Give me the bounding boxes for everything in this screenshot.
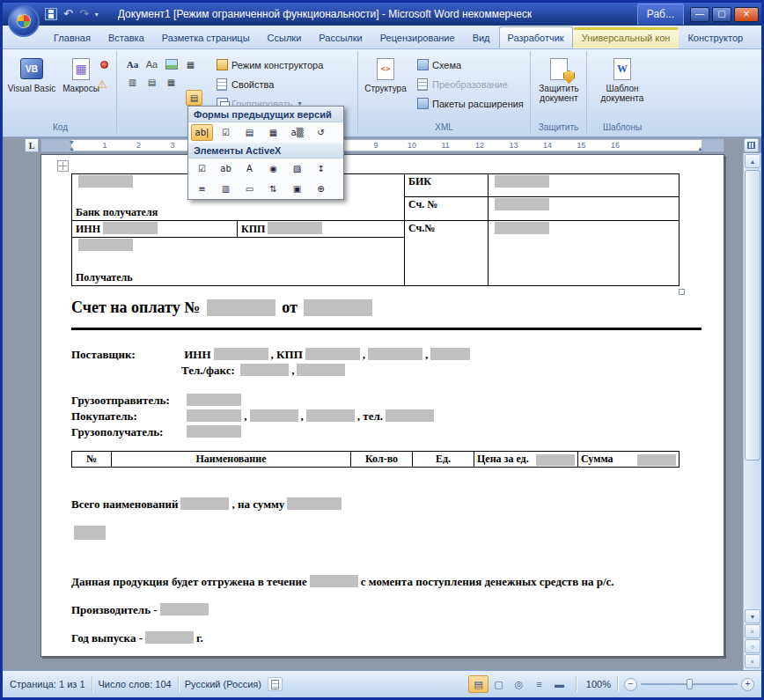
select-browse-object-button[interactable]: ○: [745, 639, 760, 653]
maximize-button[interactable]: ▢: [712, 7, 731, 22]
form-field[interactable]: [306, 409, 355, 422]
activex-spin-button-icon[interactable]: ⇅: [262, 181, 284, 197]
view-web-layout-button[interactable]: ◎: [509, 675, 529, 693]
first-line-indent-marker[interactable]: ▼: [69, 139, 75, 145]
legacy-tools-button[interactable]: ▤: [186, 90, 202, 106]
zoom-slider-thumb[interactable]: [687, 679, 693, 689]
tab-home[interactable]: Главная: [45, 26, 99, 48]
zoom-slider-track[interactable]: [641, 683, 738, 685]
minimize-button[interactable]: —: [690, 7, 709, 22]
activex-checkbox-icon[interactable]: ☑: [191, 160, 213, 177]
tab-review[interactable]: Рецензирование: [371, 26, 464, 48]
form-field[interactable]: [240, 364, 289, 376]
vertical-scrollbar[interactable]: ▲ ▼ « ○ «: [743, 153, 761, 670]
form-field[interactable]: [495, 175, 549, 188]
dropdown-form-field-icon[interactable]: ▤: [239, 124, 261, 141]
rich-text-control-icon[interactable]: Aa: [124, 56, 141, 72]
form-field[interactable]: [310, 575, 358, 587]
activex-image-icon[interactable]: ▨: [286, 160, 308, 177]
checkbox-form-field-icon[interactable]: ☑: [215, 124, 237, 141]
protect-document-button[interactable]: Защитить документ: [533, 53, 584, 104]
browse-next-button[interactable]: «: [745, 654, 760, 668]
tab-developer[interactable]: Разработчик: [499, 26, 573, 48]
form-field[interactable]: [386, 409, 434, 422]
view-draft-button[interactable]: ▬: [549, 675, 569, 693]
form-field[interactable]: [287, 497, 342, 510]
form-field[interactable]: [78, 175, 133, 188]
tab-layout[interactable]: Макет: [752, 26, 764, 48]
close-button[interactable]: ×: [734, 7, 759, 22]
form-field[interactable]: [160, 603, 209, 615]
document-template-button[interactable]: W Шаблон документа: [597, 53, 648, 104]
scroll-down-button[interactable]: ▼: [745, 609, 760, 623]
activex-more-controls-icon[interactable]: ⊕: [310, 181, 332, 197]
office-button[interactable]: [8, 5, 40, 37]
form-field[interactable]: [250, 409, 298, 422]
qat-customize-arrow-icon[interactable]: ▾: [95, 11, 99, 18]
tab-stop-selector[interactable]: L: [25, 138, 39, 152]
form-field[interactable]: [180, 497, 229, 510]
secondary-window-title[interactable]: Раб...: [637, 4, 684, 25]
undo-icon[interactable]: ↶: [63, 8, 73, 20]
activex-toggle-button-icon[interactable]: ▣: [286, 181, 308, 197]
language-indicator[interactable]: Русский (Россия): [185, 679, 261, 689]
activex-scrollbar-icon[interactable]: ↕: [310, 160, 332, 177]
form-field-shading-icon[interactable]: a▒: [286, 124, 308, 141]
table-move-handle[interactable]: [57, 160, 69, 172]
right-indent-marker[interactable]: ▲: [697, 145, 703, 151]
record-macro-icon[interactable]: [98, 58, 110, 70]
properties-button[interactable]: Свойства: [216, 76, 274, 92]
activex-option-button-icon[interactable]: ◉: [262, 160, 284, 177]
save-icon[interactable]: [45, 8, 57, 20]
form-field[interactable]: [74, 526, 106, 540]
form-field[interactable]: [297, 364, 345, 376]
reset-form-fields-icon[interactable]: ↺: [310, 124, 332, 141]
plain-text-control-icon[interactable]: Aa: [143, 56, 160, 72]
redo-icon[interactable]: ↷: [79, 8, 89, 20]
browse-previous-button[interactable]: «: [745, 624, 760, 638]
form-field[interactable]: [536, 454, 575, 466]
schema-button[interactable]: Схема: [416, 56, 461, 73]
insert-frame-icon[interactable]: ▦: [262, 124, 284, 141]
design-mode-button[interactable]: Режим конструктора: [216, 56, 323, 73]
expansion-packs-button[interactable]: Пакеты расширения: [416, 95, 524, 112]
form-field[interactable]: [187, 409, 241, 422]
tab-design[interactable]: Конструктор: [679, 26, 752, 48]
view-outline-button[interactable]: ≡: [529, 675, 549, 693]
zoom-level[interactable]: 100%: [583, 679, 611, 689]
form-field[interactable]: [495, 198, 549, 210]
text-form-field-icon[interactable]: ab|: [191, 124, 213, 141]
activex-combo-box-icon[interactable]: ▥: [215, 181, 237, 197]
dropdown-list-control-icon[interactable]: ▤: [143, 74, 160, 90]
form-field[interactable]: [637, 454, 676, 466]
form-field[interactable]: [268, 222, 322, 234]
tab-universal[interactable]: Универсальный кон: [573, 27, 680, 48]
combo-box-control-icon[interactable]: ▥: [124, 74, 141, 90]
form-field[interactable]: [495, 222, 549, 234]
table-resize-handle[interactable]: [679, 289, 685, 295]
hanging-indent-marker[interactable]: ▲: [69, 145, 75, 151]
form-field[interactable]: [368, 348, 422, 360]
tab-page-layout[interactable]: Разметка страницы: [153, 26, 259, 48]
activex-list-box-icon[interactable]: ≡: [191, 181, 213, 197]
tab-references[interactable]: Ссылки: [259, 26, 311, 48]
macro-security-icon[interactable]: ⚠: [96, 77, 108, 90]
form-field[interactable]: [304, 299, 372, 316]
view-full-screen-button[interactable]: ▢: [489, 675, 509, 693]
zoom-in-button[interactable]: +: [741, 678, 754, 691]
visual-basic-button[interactable]: VB Visual Basic: [6, 53, 57, 94]
transformation-button[interactable]: Преобразование: [416, 76, 508, 92]
activex-label-icon[interactable]: A: [239, 160, 261, 177]
activex-textbox-icon[interactable]: ab: [215, 160, 237, 177]
tab-insert[interactable]: Вставка: [99, 26, 153, 48]
tab-mailings[interactable]: Рассылки: [310, 26, 371, 48]
macro-record-icon[interactable]: [268, 677, 283, 691]
tab-view[interactable]: Вид: [464, 26, 499, 48]
form-field[interactable]: [145, 631, 194, 644]
form-field[interactable]: [305, 348, 360, 360]
ruler-toggle-button[interactable]: [744, 138, 759, 152]
building-block-control-icon[interactable]: ▦: [182, 56, 199, 72]
form-field[interactable]: [78, 239, 133, 251]
ruler-horizontal[interactable]: ▼ ▲ ▲ 12345678910111213141516: [40, 138, 724, 152]
scroll-up-button[interactable]: ▲: [745, 154, 760, 168]
